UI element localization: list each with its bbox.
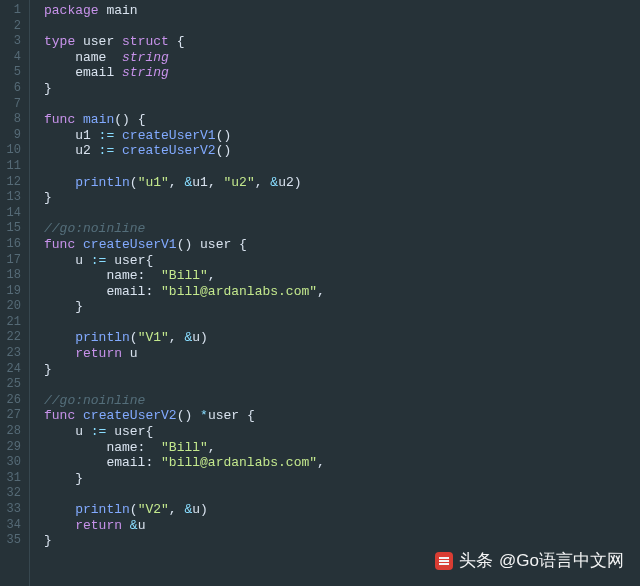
code-line[interactable]: }	[44, 81, 640, 97]
watermark: 头条 @Go语言中文网	[435, 549, 624, 572]
line-number: 24	[6, 362, 21, 378]
code-line[interactable]: //go:noinline	[44, 221, 640, 237]
code-line[interactable]: }	[44, 190, 640, 206]
code-line[interactable]: name string	[44, 50, 640, 66]
code-line[interactable]	[44, 206, 640, 222]
code-line[interactable]: func main() {	[44, 112, 640, 128]
line-number: 35	[6, 533, 21, 549]
code-line[interactable]: println("V1", &u)	[44, 330, 640, 346]
line-number: 13	[6, 190, 21, 206]
line-number: 29	[6, 440, 21, 456]
line-number: 11	[6, 159, 21, 175]
code-line[interactable]: return &u	[44, 518, 640, 534]
line-number: 3	[6, 34, 21, 50]
code-line[interactable]: println("V2", &u)	[44, 502, 640, 518]
code-area[interactable]: package maintype user struct { name stri…	[30, 0, 640, 586]
line-number: 34	[6, 518, 21, 534]
line-number: 30	[6, 455, 21, 471]
code-line[interactable]	[44, 486, 640, 502]
line-number: 12	[6, 175, 21, 191]
watermark-text: @Go语言中文网	[499, 549, 624, 572]
code-line[interactable]: u := user{	[44, 424, 640, 440]
code-line[interactable]	[44, 377, 640, 393]
code-line[interactable]: type user struct {	[44, 34, 640, 50]
line-number: 17	[6, 253, 21, 269]
code-line[interactable]: return u	[44, 346, 640, 362]
code-line[interactable]: u1 := createUserV1()	[44, 128, 640, 144]
line-number: 6	[6, 81, 21, 97]
code-line[interactable]: func createUserV2() *user {	[44, 408, 640, 424]
line-number: 9	[6, 128, 21, 144]
line-number: 15	[6, 221, 21, 237]
code-line[interactable]: }	[44, 362, 640, 378]
code-line[interactable]: }	[44, 471, 640, 487]
line-number: 16	[6, 237, 21, 253]
code-line[interactable]: package main	[44, 3, 640, 19]
code-line[interactable]	[44, 315, 640, 331]
code-line[interactable]: u := user{	[44, 253, 640, 269]
line-number: 25	[6, 377, 21, 393]
line-number: 26	[6, 393, 21, 409]
line-number: 21	[6, 315, 21, 331]
line-number: 8	[6, 112, 21, 128]
line-number: 22	[6, 330, 21, 346]
code-line[interactable]	[44, 159, 640, 175]
line-number: 1	[6, 3, 21, 19]
line-number: 20	[6, 299, 21, 315]
line-number: 18	[6, 268, 21, 284]
code-line[interactable]: email: "bill@ardanlabs.com",	[44, 284, 640, 300]
code-line[interactable]	[44, 19, 640, 35]
code-line[interactable]: func createUserV1() user {	[44, 237, 640, 253]
line-number: 7	[6, 97, 21, 113]
code-editor[interactable]: 1234567891011121314151617181920212223242…	[0, 0, 640, 586]
code-line[interactable]: //go:noinline	[44, 393, 640, 409]
line-number: 31	[6, 471, 21, 487]
code-line[interactable]: email string	[44, 65, 640, 81]
code-line[interactable]: println("u1", &u1, "u2", &u2)	[44, 175, 640, 191]
line-number: 33	[6, 502, 21, 518]
toutiao-logo-icon	[435, 552, 453, 570]
line-number: 28	[6, 424, 21, 440]
code-line[interactable]: }	[44, 533, 640, 549]
line-number: 2	[6, 19, 21, 35]
line-number: 32	[6, 486, 21, 502]
code-line[interactable]: name: "Bill",	[44, 268, 640, 284]
code-line[interactable]	[44, 97, 640, 113]
code-line[interactable]: }	[44, 299, 640, 315]
code-line[interactable]: name: "Bill",	[44, 440, 640, 456]
code-line[interactable]: email: "bill@ardanlabs.com",	[44, 455, 640, 471]
line-number: 10	[6, 143, 21, 159]
code-line[interactable]: u2 := createUserV2()	[44, 143, 640, 159]
line-number: 14	[6, 206, 21, 222]
watermark-prefix: 头条	[459, 549, 493, 572]
line-number: 4	[6, 50, 21, 66]
line-number: 5	[6, 65, 21, 81]
line-number-gutter: 1234567891011121314151617181920212223242…	[0, 0, 30, 586]
line-number: 27	[6, 408, 21, 424]
line-number: 23	[6, 346, 21, 362]
line-number: 19	[6, 284, 21, 300]
